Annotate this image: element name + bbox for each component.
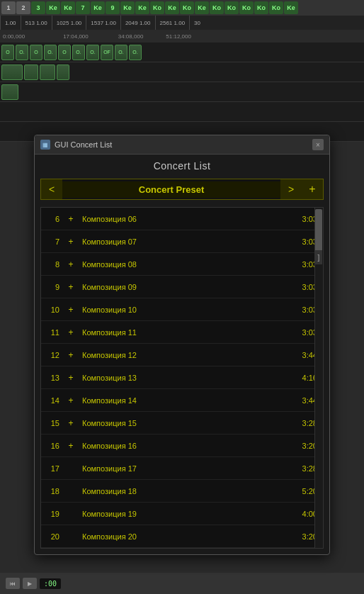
track-row-4 <box>0 102 364 122</box>
preset-next-button[interactable]: > <box>280 179 302 199</box>
track-list-item[interactable]: 12+Композиция 123:44 <box>41 344 323 366</box>
item-name-label: Композиция 06 <box>78 215 295 223</box>
clip <box>40 65 55 80</box>
scrollbar-thumb[interactable] <box>315 209 322 252</box>
track-row-1: Ο Ο. Ο Ο. Ο Ο. Ο. ΟF Ο. Ο. <box>0 43 364 62</box>
time-0: 0:00,000 <box>3 33 25 40</box>
ruler-mark-513: 513 1.00 <box>21 16 52 30</box>
track-row-2 <box>0 62 364 82</box>
track-list-item[interactable]: 18Композиция 185:20 <box>41 480 323 503</box>
item-name-label: Композиция 10 <box>78 306 295 314</box>
clip: Ο <box>58 45 71 60</box>
track-list-item[interactable]: 17Композиция 173:28 <box>41 457 323 480</box>
track-num-2: 2 <box>16 1 30 14</box>
preset-name-label: Concert Preset <box>62 181 280 198</box>
item-number: 19 <box>41 510 64 518</box>
rewind-button[interactable]: ⏮ <box>6 578 20 589</box>
track-num-ke1: Ke <box>46 1 60 14</box>
concert-list-modal: ▦ GUI Concert List × Concert List < Conc… <box>34 135 330 555</box>
track-num-ke7: Ke <box>195 1 209 14</box>
track-list-item[interactable]: 20Композиция 203:20 <box>41 525 323 548</box>
track-num-ke5: Ke <box>135 1 149 14</box>
track-num-ko6: Ko <box>254 1 268 14</box>
item-add-button[interactable]: + <box>64 441 78 451</box>
track-num-ke6: Ke <box>165 1 179 14</box>
clip <box>24 65 38 80</box>
track-list-item[interactable]: 10+Композиция 103:03 <box>41 298 323 321</box>
item-add-button[interactable]: + <box>64 305 78 315</box>
track-list-item[interactable]: 14+Композиция 143:44 <box>41 389 323 412</box>
track-list-item[interactable]: 8+Композиция 083:03 <box>41 253 323 276</box>
track-list-item[interactable]: 7+Композиция 073:03 <box>41 230 323 253</box>
modal-titlebar: ▦ GUI Concert List × <box>35 135 329 155</box>
track-list-item[interactable]: 9+Композиция 093:03 <box>41 276 323 298</box>
track-num-ko1: Ko <box>150 1 164 14</box>
item-name-label: Композиция 09 <box>78 283 295 291</box>
modal-close-button[interactable]: × <box>312 139 324 150</box>
item-add-button[interactable]: + <box>64 282 78 292</box>
clip <box>57 65 69 80</box>
track-num-7: 7 <box>76 1 90 14</box>
item-number: 16 <box>41 442 64 450</box>
time-34: 34:08,000 <box>118 33 144 40</box>
clip: Ο. <box>86 45 99 60</box>
scrollbar-track[interactable]: ] <box>314 208 323 548</box>
item-add-button[interactable]: + <box>64 373 78 383</box>
track-list-item[interactable]: 19Композиция 194:00 <box>41 503 323 525</box>
clip: Ο <box>30 45 42 60</box>
track-list-item[interactable]: 6+Композиция 063:03 <box>41 208 323 230</box>
item-number: 20 <box>41 532 64 541</box>
track-list-item[interactable]: 15+Композиция 153:28 <box>41 412 323 435</box>
track-list-item[interactable]: 13+Композиция 134:16 <box>41 366 323 389</box>
item-number: 17 <box>41 464 64 473</box>
ruler-mark-2561: 2561 1.00 <box>155 16 190 30</box>
item-number: 11 <box>41 328 64 337</box>
concert-list-heading: Concert List <box>35 155 329 179</box>
clip: ΟF <box>101 45 113 60</box>
item-add-button[interactable]: + <box>64 237 78 247</box>
track-num-ko3: Ko <box>210 1 224 14</box>
clip <box>1 84 18 100</box>
modal-icon: ▦ <box>40 140 50 150</box>
clip: Ο. <box>72 45 85 60</box>
item-add-button[interactable]: + <box>64 418 78 428</box>
item-add-button[interactable]: + <box>64 396 78 405</box>
item-name-label: Композиция 14 <box>78 396 295 405</box>
item-number: 10 <box>41 306 64 314</box>
item-add-button[interactable]: + <box>64 259 78 269</box>
track-num-3: 3 <box>31 1 45 14</box>
clip: Ο. <box>44 45 57 60</box>
track-num-1: 1 <box>1 1 16 14</box>
preset-prev-button[interactable]: < <box>41 179 62 199</box>
item-number: 7 <box>41 237 64 246</box>
item-name-label: Композиция 07 <box>78 237 295 246</box>
track-numbers-row: 1 2 3 Ke Ke 7 Ke 9 Ke Ke Ko Ke Ko Ke Ko … <box>0 0 364 16</box>
item-add-button[interactable]: + <box>64 350 78 360</box>
item-name-label: Композиция 19 <box>78 510 295 518</box>
track-list-container: 6+Композиция 063:037+Композиция 073:038+… <box>40 207 324 549</box>
modal-title-text: GUI Concert List <box>55 140 112 149</box>
ruler-mark-1025: 1025 1.00 <box>52 16 86 30</box>
preset-add-button[interactable]: + <box>302 179 323 199</box>
time-display-row: 0:00,000 17:04,000 34:08,000 51:12,000 <box>0 30 194 43</box>
clip: Ο. <box>115 45 127 60</box>
track-list-item[interactable]: 16+Композиция 163:20 <box>41 435 323 457</box>
track-row-3 <box>0 82 364 102</box>
ruler-mark-30: 30 <box>189 16 205 30</box>
time-51: 51:12,000 <box>166 33 191 40</box>
item-add-button[interactable]: + <box>64 214 78 224</box>
item-number: 14 <box>41 396 64 405</box>
track-num-9: 9 <box>106 1 120 14</box>
time-code-display: :00 <box>40 578 61 589</box>
item-number: 15 <box>41 419 64 427</box>
play-button[interactable]: ▶ <box>23 578 37 589</box>
item-name-label: Композиция 12 <box>78 351 295 359</box>
ruler-mark-2049: 2049 1.00 <box>120 16 155 30</box>
track-num-ke4: Ke <box>120 1 135 14</box>
track-list-item[interactable]: 11+Композиция 113:03 <box>41 321 323 344</box>
item-add-button[interactable]: + <box>64 327 78 337</box>
modal-title-left: ▦ GUI Concert List <box>40 140 112 150</box>
item-number: 18 <box>41 487 64 495</box>
ruler-mark-1: 1.00 <box>0 16 21 30</box>
track-num-ko4: Ko <box>224 1 239 14</box>
